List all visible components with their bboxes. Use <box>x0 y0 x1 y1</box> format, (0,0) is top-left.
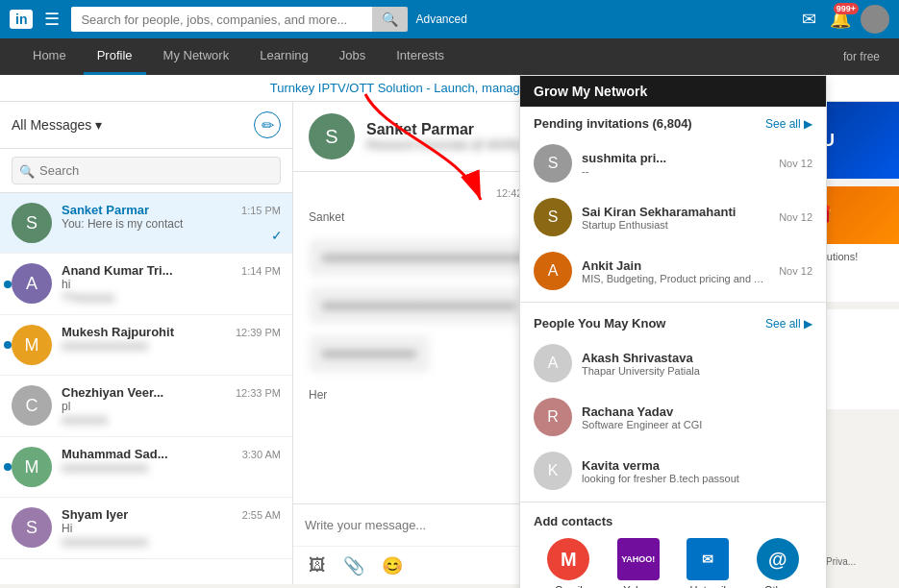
hamburger-button[interactable]: ☰ <box>40 7 63 32</box>
message-preview-anand: hi <box>62 278 254 291</box>
person-name-sushmita: sushmita pri... <box>582 151 769 165</box>
nav-jobs[interactable]: Jobs <box>326 38 379 75</box>
message-info-shyam: Shyam Iyer 2:55 AM Hi xxxxxxxxxxxxxxx <box>62 507 281 549</box>
secondary-nav: Home Profile My Network Learning Jobs In… <box>0 38 899 75</box>
avatar-kavita: K <box>534 452 572 490</box>
message-item-chezhiyan[interactable]: C Chezhiyan Veer... 12:33 PM pl xxxxxxxx <box>0 376 292 437</box>
nav-home[interactable]: Home <box>19 38 80 75</box>
nav-network[interactable]: My Network <box>150 38 243 75</box>
avatar-anand: A <box>12 263 52 304</box>
suggestion-person-1[interactable]: A Akash Shrivastava Thapar University Pa… <box>520 336 826 390</box>
message-preview-muhammad: xxxxxxxxxxxxxxx <box>62 461 254 475</box>
unread-indicator-mukesh <box>4 341 12 349</box>
nav-profile[interactable]: Profile <box>84 38 146 75</box>
gmail-label: Gmail <box>555 584 583 588</box>
footer-privacy[interactable]: Priva... <box>826 556 856 567</box>
messages-filter[interactable]: All Messages ▾ <box>12 117 102 133</box>
person-name-ankit: Ankit Jain <box>582 258 769 273</box>
invitation-date-3: Nov 12 <box>779 265 812 277</box>
linkedin-logo[interactable]: in <box>10 10 33 29</box>
suggestion-person-3[interactable]: K Kavita verma looking for fresher B.tec… <box>520 444 826 498</box>
person-info-ankit: Ankit Jain MIS, Budgeting, Product prici… <box>582 258 769 284</box>
section-divider <box>520 302 826 303</box>
people-may-know-label: People You May Know <box>534 316 665 331</box>
section-divider-2 <box>520 502 826 502</box>
message-preview: You: Here is my contact <box>62 217 254 231</box>
user-avatar[interactable] <box>861 5 889 34</box>
chat-bubble-received-3: xxxxxxxxxxxxxxx <box>309 335 430 372</box>
message-preview-blurred-c: xxxxxxxx <box>62 413 254 427</box>
person-title-kavita: looking for fresher B.tech passout <box>582 473 812 484</box>
pending-invitations-section: Pending invitations (6,804) See all ▶ <box>520 107 826 136</box>
pending-person-3[interactable]: A Ankit Jain MIS, Budgeting, Product pri… <box>520 244 826 298</box>
message-item-active[interactable]: S Sanket Parmar 1:15 PM You: Here is my … <box>0 193 292 254</box>
message-list: S Sanket Parmar 1:15 PM You: Here is my … <box>0 193 292 584</box>
gmail-icon: M <box>547 538 589 580</box>
search-bar: 🔍 <box>71 7 408 32</box>
emoji-button[interactable]: 😊 <box>378 553 407 578</box>
person-title-rachana: Software Engineer at CGI <box>582 419 812 430</box>
advanced-link[interactable]: Advanced <box>415 12 466 26</box>
avatar-mukesh: M <box>12 325 52 365</box>
sender-name: Sanket Parmar <box>62 203 149 217</box>
message-item-muhammad[interactable]: M Muhammad Sad... 3:30 AM xxxxxxxxxxxxxx… <box>0 437 292 498</box>
contact-icons-row: M Gmail YAHOO! Yahoo ✉ Hotmail @ Other <box>534 538 812 588</box>
top-nav: in ☰ 🔍 Advanced ✉ 🔔 999+ <box>0 0 899 38</box>
pending-person-2[interactable]: S Sai Kiran Sekharamahanti Startup Enthu… <box>520 190 826 244</box>
add-contacts-section: Add contacts M Gmail YAHOO! Yahoo ✉ Hotm… <box>520 506 826 588</box>
message-item-mukesh[interactable]: M Mukesh Rajpurohit 12:39 PM xxxxxxxxxxx… <box>0 315 292 376</box>
message-info-muhammad: Muhammad Sad... 3:30 AM xxxxxxxxxxxxxxx <box>62 447 281 475</box>
notifications-icon-btn[interactable]: 🔔 999+ <box>826 7 855 32</box>
gmail-contact-item[interactable]: M Gmail <box>547 538 589 588</box>
person-info-sai: Sai Kiran Sekharamahanti Startup Enthusi… <box>582 205 769 231</box>
pending-person-1[interactable]: S sushmita pri... -- Nov 12 <box>520 136 826 190</box>
messages-search: 🔍 <box>0 149 292 193</box>
add-contacts-title: Add contacts <box>534 514 812 528</box>
avatar-rachana: R <box>534 398 572 436</box>
compose-button[interactable]: ✏ <box>254 111 281 138</box>
chat-contact-info: Sanket Parmar Research Associate @ WORLD… <box>366 121 541 152</box>
yahoo-contact-item[interactable]: YAHOO! Yahoo <box>617 538 660 588</box>
message-preview-blurred: ??xxxxxxx <box>62 291 254 305</box>
nav-icons: ✉ 🔔 999+ <box>798 5 889 34</box>
image-attach-button[interactable]: 🖼 <box>305 553 330 577</box>
message-info-chezhiyan: Chezhiyan Veer... 12:33 PM pl xxxxxxxx <box>62 385 281 427</box>
messages-header: All Messages ▾ ✏ <box>0 102 292 149</box>
message-time-muhammad: 3:30 AM <box>242 449 281 460</box>
message-time: 1:15 PM <box>241 205 281 216</box>
search-input[interactable] <box>71 7 372 32</box>
chat-contact-name: Sanket Parmar <box>366 121 541 138</box>
suggestion-person-2[interactable]: R Rachana Yadav Software Engineer at CGI <box>520 390 826 444</box>
message-time-anand: 1:14 PM <box>241 265 281 277</box>
search-icon: 🔍 <box>19 163 35 178</box>
nav-learning[interactable]: Learning <box>246 38 322 75</box>
message-item-anand[interactable]: A Anand Kumar Tri... 1:14 PM hi ??xxxxxx… <box>0 254 292 315</box>
unread-indicator-muhammad <box>4 463 12 471</box>
file-attach-button[interactable]: 📎 <box>339 553 368 578</box>
sender-name-mukesh: Mukesh Rajpurohit <box>62 325 174 339</box>
person-info-kavita: Kavita verma looking for fresher B.tech … <box>582 458 812 484</box>
pending-invitations-label: Pending invitations (6,804) <box>534 116 692 131</box>
people-may-know-section: People You May Know See all ▶ <box>520 306 826 336</box>
messages-search-input[interactable] <box>12 157 281 184</box>
messages-panel: All Messages ▾ ✏ 🔍 S Sanket Parmar 1:15 … <box>0 102 293 584</box>
avatar-shyam: S <box>12 507 52 548</box>
person-name-akash: Akash Shrivastava <box>582 351 812 365</box>
messages-title: All Messages <box>12 117 91 133</box>
message-item-shyam[interactable]: S Shyam Iyer 2:55 AM Hi xxxxxxxxxxxxxxx <box>0 498 292 559</box>
message-time-mukesh: 12:39 PM <box>236 327 281 338</box>
hotmail-contact-item[interactable]: ✉ Hotmail <box>687 538 729 588</box>
other-contact-item[interactable]: @ Other <box>757 538 799 588</box>
search-button[interactable]: 🔍 <box>372 7 408 32</box>
nav-interests[interactable]: Interests <box>383 38 458 75</box>
unread-indicator <box>4 281 12 288</box>
pending-see-all-link[interactable]: See all ▶ <box>765 117 812 131</box>
sender-name-anand: Anand Kumar Tri... <box>62 263 173 278</box>
message-info-anand: Anand Kumar Tri... 1:14 PM hi ??xxxxxxx <box>62 263 281 305</box>
person-info-rachana: Rachana Yadav Software Engineer at CGI <box>582 404 812 430</box>
yahoo-icon: YAHOO! <box>617 538 660 580</box>
person-info-akash: Akash Shrivastava Thapar University Pati… <box>582 351 812 377</box>
people-see-all-link[interactable]: See all ▶ <box>765 317 812 331</box>
messages-icon-btn[interactable]: ✉ <box>798 7 820 32</box>
person-title-akash: Thapar University Patiala <box>582 365 812 377</box>
